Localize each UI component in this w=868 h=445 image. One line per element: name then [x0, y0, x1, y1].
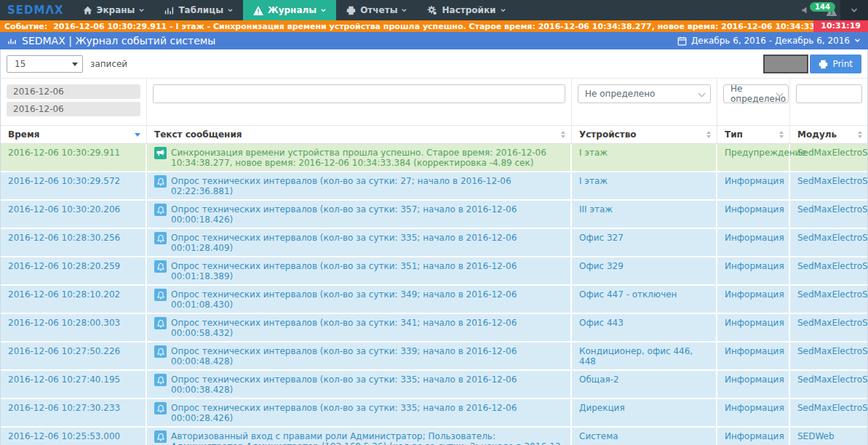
message-text: Опрос технических интервалов (кол-во за …: [171, 318, 565, 338]
cell-module: SedMaxElectroService: [790, 314, 868, 341]
filter-type: Не определено: [717, 79, 790, 125]
message-text: Опрос технических интервалов (кол-во за …: [171, 176, 565, 196]
table-row[interactable]: 2016-12-06 10:30:29.572 Опрос технически…: [1, 172, 867, 201]
date-range-label: Декабрь 6, 2016 - Декабрь 6, 2016: [691, 36, 850, 46]
table-row[interactable]: 2016-12-06 10:30:20.206 Опрос технически…: [1, 201, 867, 229]
cell-module: SedMaxElectroService: [790, 399, 868, 426]
cell-message: Авторизованный вход с правами роли Админ…: [147, 428, 572, 445]
filter-message: [147, 79, 572, 125]
nav-item-reports[interactable]: Отчеты: [336, 0, 417, 20]
table-row[interactable]: 2016-12-06 10:28:00.303 Опрос технически…: [1, 314, 867, 342]
table-row[interactable]: 2016-12-06 10:27:50.226 Опрос технически…: [1, 342, 867, 371]
cell-time: 2016-12-06 10:30:29.572: [1, 172, 147, 199]
page-size-select[interactable]: 15: [7, 55, 83, 73]
cell-time: 2016-12-06 10:25:53.000: [1, 428, 147, 445]
column-header-module[interactable]: Модуль: [790, 126, 868, 143]
bar-chart-icon: [164, 6, 174, 15]
cell-device: Система: [572, 428, 717, 445]
cell-time: 2016-12-06 10:28:20.259: [1, 257, 147, 284]
module-filter-input[interactable]: [796, 84, 862, 103]
user-menu-toggle[interactable]: [840, 0, 868, 20]
page-size-value: 15: [15, 59, 25, 69]
cell-message: Опрос технических интервалов (кол-во за …: [147, 342, 572, 369]
column-header-time[interactable]: Время: [1, 126, 147, 143]
chevron-down-icon: [321, 8, 326, 13]
sort-icon: [706, 131, 711, 138]
cell-type: Информация: [717, 371, 790, 398]
bell-icon: [154, 289, 167, 301]
table-row[interactable]: 2016-12-06 10:28:30.256 Опрос технически…: [1, 229, 867, 257]
table-row[interactable]: 2016-12-06 10:25:53.000 Авторизованный в…: [1, 428, 867, 445]
print-button[interactable]: Print: [810, 55, 861, 73]
title-bar: SEDMAX | Журнал событий системы Декабрь …: [0, 32, 868, 49]
calendar-icon: [677, 36, 687, 46]
nav-item-label: Журналы: [268, 5, 316, 15]
cell-time: 2016-12-06 10:30:29.911: [1, 144, 147, 171]
cell-message: Опрос технических интервалов (кол-во за …: [147, 229, 572, 256]
table-body: 2016-12-06 10:30:29.911 Синхронизация вр…: [1, 144, 867, 445]
message-text: Опрос технических интервалов (кол-во за …: [171, 261, 565, 281]
event-text: 2016-12-06 10:30:29.911 - I этаж - Синхр…: [53, 22, 813, 31]
table-row[interactable]: 2016-12-06 10:27:40.195 Опрос технически…: [1, 371, 867, 399]
message-text: Авторизованный вход с правами роли Админ…: [171, 431, 565, 445]
cell-time: 2016-12-06 10:28:00.303: [1, 314, 147, 341]
nav-item-settings[interactable]: Настройки: [417, 0, 515, 20]
navbar-right: 144: [795, 0, 868, 20]
cell-message: Опрос технических интервалов (кол-во за …: [147, 286, 572, 313]
cell-time: 2016-12-06 10:27:30.233: [1, 399, 147, 426]
bell-icon: [154, 260, 167, 273]
cell-device: I этаж: [572, 172, 717, 199]
device-filter-select[interactable]: Не определено: [578, 84, 711, 103]
bell-icon: [154, 374, 167, 386]
table-row[interactable]: 2016-12-06 10:30:29.911 Синхронизация вр…: [1, 144, 867, 172]
print-button-label: Print: [832, 59, 853, 69]
cell-module: SedMaxElectroService: [790, 229, 868, 256]
message-text: Опрос технических интервалов (кол-во за …: [171, 204, 565, 225]
toolbar-blank-button[interactable]: [763, 55, 808, 73]
table-row[interactable]: 2016-12-06 10:28:20.259 Опрос технически…: [1, 257, 867, 286]
cell-time: 2016-12-06 10:28:30.256: [1, 229, 147, 256]
chevron-down-icon: [851, 8, 858, 13]
chevron-down-icon: [854, 39, 861, 43]
cell-message: Опрос технических интервалов (кол-во за …: [147, 201, 572, 228]
nav-item-screens[interactable]: Экраны: [73, 0, 155, 20]
bell-icon: [154, 175, 167, 188]
alarms-indicator[interactable]: 144: [816, 0, 840, 20]
cell-message: Опрос технических интервалов (кол-во за …: [147, 172, 572, 199]
nav-item-journals[interactable]: Журналы: [243, 0, 336, 20]
chevron-down-icon: [501, 8, 506, 13]
nav-item-tables[interactable]: Таблицы: [154, 0, 243, 20]
type-filter-select[interactable]: Не определено: [723, 84, 789, 103]
page-title-group: SEDMAX | Журнал событий системы: [7, 35, 215, 47]
cell-type: Информация: [717, 314, 790, 341]
sort-desc-icon: [135, 133, 140, 137]
table-row[interactable]: 2016-12-06 10:28:10.202 Опрос технически…: [1, 286, 867, 314]
bell-icon: [154, 204, 167, 216]
cell-device: Дирекция: [572, 399, 717, 426]
table-row[interactable]: 2016-12-06 10:27:30.233 Опрос технически…: [1, 399, 867, 428]
bell-icon: [154, 317, 167, 329]
cell-message: Опрос технических интервалов (кол-во за …: [147, 371, 572, 398]
cell-module: SedMaxElectroService: [790, 257, 868, 284]
date-from-input[interactable]: 2016-12-06: [7, 84, 140, 99]
message-text: Опрос технических интервалов (кол-во за …: [171, 233, 565, 253]
filter-module: [790, 79, 868, 125]
column-header-message[interactable]: Текст сообщения: [147, 126, 572, 143]
brand-logo[interactable]: SEDMΛX: [0, 0, 73, 20]
cell-time: 2016-12-06 10:27:50.226: [1, 342, 147, 369]
cell-message: Синхронизация времени устройства прошла …: [147, 144, 572, 171]
filter-device: Не определено: [572, 79, 717, 125]
date-to-input[interactable]: 2016-12-06: [7, 102, 140, 116]
printer-icon: [819, 60, 828, 69]
message-filter-input[interactable]: [153, 84, 565, 103]
chevron-down-icon: [72, 63, 78, 66]
sort-icon: [858, 131, 862, 138]
toolbar: Print: [763, 55, 861, 73]
column-header-device[interactable]: Устройство: [572, 126, 717, 143]
message-text: Опрос технических интервалов (кол-во за …: [171, 403, 565, 423]
message-text: Опрос технических интервалов (кол-во за …: [171, 346, 565, 366]
cell-type: Информация: [717, 257, 790, 284]
date-range-picker[interactable]: Декабрь 6, 2016 - Декабрь 6, 2016: [677, 36, 861, 46]
column-header-type[interactable]: Тип: [717, 126, 790, 143]
cell-type: Предупреждение: [717, 144, 790, 171]
